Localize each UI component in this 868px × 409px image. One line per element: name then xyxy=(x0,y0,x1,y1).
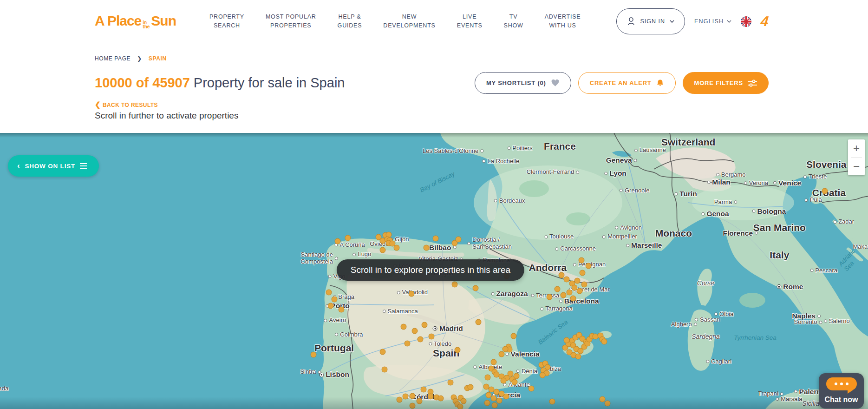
property-marker[interactable] xyxy=(457,403,463,409)
nav-item-live-events[interactable]: LIVE EVENTS xyxy=(457,13,483,31)
property-marker[interactable] xyxy=(438,395,444,401)
back-to-results-label: BACK TO RESULTS xyxy=(103,102,158,108)
channel4-logo[interactable]: 4 xyxy=(760,14,770,28)
back-to-results-link[interactable]: ❮ BACK TO RESULTS xyxy=(95,101,158,108)
property-marker[interactable] xyxy=(499,351,505,357)
nav-item-help-guides[interactable]: HELP & GUIDES xyxy=(338,13,362,31)
property-marker[interactable] xyxy=(473,285,479,291)
nav-item-tv-show[interactable]: TV SHOW xyxy=(504,13,523,31)
nav-item-advertise-with-us[interactable]: ADVERTISE WITH US xyxy=(545,13,581,31)
chat-now-widget[interactable]: Chat now xyxy=(819,373,864,409)
property-marker[interactable] xyxy=(501,378,507,384)
property-marker[interactable] xyxy=(475,319,481,325)
breadcrumb-home[interactable]: HOME PAGE xyxy=(95,55,131,62)
my-shortlist-button[interactable]: MY SHORTLIST (0) xyxy=(475,72,571,94)
property-marker[interactable] xyxy=(492,402,498,408)
property-marker[interactable] xyxy=(380,247,386,253)
create-alert-button[interactable]: CREATE AN ALERT xyxy=(578,72,676,94)
page-title: 10000 of 45907 Property for sale in Spai… xyxy=(95,75,345,91)
property-marker[interactable] xyxy=(428,393,434,399)
property-marker[interactable] xyxy=(579,257,585,263)
nav-item-new-developments[interactable]: NEW DEVELOPMENTS xyxy=(383,13,435,31)
property-marker[interactable] xyxy=(564,276,570,282)
zoom-in-button[interactable]: + xyxy=(848,139,865,157)
property-marker[interactable] xyxy=(560,292,566,298)
property-marker[interactable] xyxy=(328,303,334,309)
property-marker[interactable] xyxy=(454,347,460,353)
site-logo[interactable]: A Place inthe Sun xyxy=(95,13,176,30)
property-marker[interactable] xyxy=(326,290,332,296)
property-marker[interactable] xyxy=(394,245,400,251)
property-marker[interactable] xyxy=(331,296,337,302)
property-marker[interactable] xyxy=(448,379,454,385)
property-marker[interactable] xyxy=(581,281,587,287)
property-marker[interactable] xyxy=(417,336,423,343)
language-selector[interactable]: ENGLISH xyxy=(694,18,731,25)
property-marker[interactable] xyxy=(409,393,415,399)
property-marker[interactable] xyxy=(421,386,427,392)
property-marker[interactable] xyxy=(547,294,553,300)
property-marker[interactable] xyxy=(423,245,429,251)
page-subheader: HOME PAGE ❯ SPAIN 10000 of 45907 Propert… xyxy=(0,43,868,133)
property-marker[interactable] xyxy=(404,341,410,347)
nav-item-most-popular-properties[interactable]: MOST POPULAR PROPERTIES xyxy=(266,13,316,31)
property-marker[interactable] xyxy=(564,337,570,343)
property-marker[interactable] xyxy=(580,270,586,276)
property-marker[interactable] xyxy=(600,396,606,402)
breadcrumb-current[interactable]: SPAIN xyxy=(149,55,167,62)
nav-item-property-search[interactable]: PROPERTY SEARCH xyxy=(209,13,244,31)
uk-flag-icon[interactable] xyxy=(741,16,751,27)
property-marker[interactable] xyxy=(601,339,607,345)
zoom-out-button[interactable]: − xyxy=(848,158,865,175)
property-marker[interactable] xyxy=(310,351,316,357)
property-marker[interactable] xyxy=(554,286,560,292)
scroll-hint-text: Scroll in further to activate properties xyxy=(95,111,769,121)
property-marker[interactable] xyxy=(408,291,414,297)
property-marker[interactable] xyxy=(381,367,387,373)
property-marker[interactable] xyxy=(570,296,576,302)
property-marker[interactable] xyxy=(416,398,422,404)
map[interactable]: FranceSwitzerlandSloveniaCroatiaMonacoSa… xyxy=(0,133,868,409)
property-marker[interactable] xyxy=(549,398,555,404)
property-marker[interactable] xyxy=(421,322,427,328)
zoom-control: + − xyxy=(848,139,865,175)
show-on-list-button[interactable]: ‹ SHOW ON LIST xyxy=(8,155,99,177)
property-marker[interactable] xyxy=(396,396,402,402)
property-marker[interactable] xyxy=(401,323,407,330)
property-marker[interactable] xyxy=(485,374,491,380)
property-marker[interactable] xyxy=(335,238,341,244)
chevron-left-icon: ‹ xyxy=(17,161,20,171)
property-marker[interactable] xyxy=(452,282,458,288)
property-marker[interactable] xyxy=(559,272,565,278)
property-marker[interactable] xyxy=(491,359,497,365)
property-marker[interactable] xyxy=(540,372,546,378)
property-marker[interactable] xyxy=(402,394,408,400)
property-marker[interactable] xyxy=(574,277,580,284)
property-marker[interactable] xyxy=(484,400,490,406)
property-marker[interactable] xyxy=(577,288,583,294)
property-marker[interactable] xyxy=(822,188,828,194)
more-filters-button[interactable]: MORE FILTERS xyxy=(683,72,769,94)
property-marker[interactable] xyxy=(511,333,517,339)
header-right: SIGN IN ENGLISH 4 xyxy=(616,8,769,34)
property-marker[interactable] xyxy=(503,394,509,400)
property-marker[interactable] xyxy=(412,328,418,334)
property-marker[interactable] xyxy=(605,401,611,407)
property-marker[interactable] xyxy=(428,333,434,339)
property-marker[interactable] xyxy=(512,379,518,385)
property-marker[interactable] xyxy=(514,373,520,379)
main-nav: PROPERTY SEARCHMOST POPULAR PROPERTIESHE… xyxy=(209,13,581,31)
property-marker[interactable] xyxy=(380,349,386,355)
property-marker[interactable] xyxy=(409,402,415,409)
property-marker[interactable] xyxy=(575,354,581,360)
property-marker[interactable] xyxy=(455,237,461,243)
sign-in-button[interactable]: SIGN IN xyxy=(616,8,685,34)
property-marker[interactable] xyxy=(507,370,513,376)
property-marker[interactable] xyxy=(467,384,473,390)
property-marker[interactable] xyxy=(567,290,573,296)
property-marker[interactable] xyxy=(586,263,592,269)
property-marker[interactable] xyxy=(345,235,351,241)
property-marker[interactable] xyxy=(433,235,439,241)
property-marker[interactable] xyxy=(338,306,344,312)
property-marker[interactable] xyxy=(528,386,534,392)
